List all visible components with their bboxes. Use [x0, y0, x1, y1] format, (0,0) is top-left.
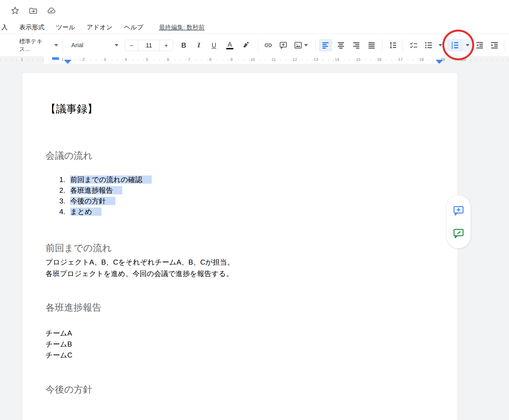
underline-icon: U [212, 42, 216, 49]
ruler-tick [117, 59, 117, 61]
ruler-tick [365, 59, 365, 61]
ruler-tick [349, 59, 350, 61]
line-spacing-button[interactable] [386, 39, 400, 52]
ruler-tick [328, 59, 329, 61]
toolbar-divider [382, 39, 382, 52]
italic-icon: I [197, 41, 200, 49]
ruler-tick [238, 59, 239, 61]
cloud-saved-icon [46, 5, 56, 16]
first-line-indent-marker[interactable] [52, 57, 59, 60]
increase-indent-button[interactable] [488, 39, 501, 52]
numbered-list-icon: 1 2 3 [451, 41, 459, 50]
last-edit-link[interactable]: 最終編集: 数秒前 [159, 23, 205, 32]
bold-button[interactable]: B [178, 39, 189, 52]
align-left-button[interactable] [319, 39, 332, 52]
ruler-tick [286, 59, 286, 61]
insert-image-button[interactable] [291, 39, 311, 52]
right-indent-marker[interactable] [436, 60, 443, 64]
suggest-edit-side-button[interactable] [452, 227, 465, 240]
insert-comment-button[interactable] [277, 39, 289, 52]
left-indent-marker[interactable] [64, 60, 72, 64]
move-to-folder-icon[interactable] [28, 5, 38, 16]
menu-format[interactable]: 表示形式 [13, 23, 50, 32]
ruler-tick [455, 59, 455, 61]
text-color-icon: A [226, 41, 233, 49]
topbar: 入 表示形式 ツール アドオン ヘルプ 最終編集: 数秒前 [0, 0, 509, 33]
paragraph[interactable]: チームC [46, 350, 441, 361]
menu-tools[interactable]: ツール [50, 23, 81, 32]
ruler-tick [122, 59, 123, 61]
ruler-number: 11 [272, 57, 276, 62]
chevron-down-icon [304, 44, 308, 46]
ruler-tick [397, 59, 397, 61]
link-icon [264, 41, 273, 50]
insert-link-button[interactable] [262, 39, 274, 52]
ruler-number: 9 [230, 57, 233, 62]
ruler-tick [371, 59, 371, 61]
doc-body: 会議の流れ1.前回までの流れの確認2.各班進捗報告3.今後の方針4.まとめ前回ま… [46, 150, 441, 395]
document-canvas: 【議事録】 会議の流れ1.前回までの流れの確認2.各班進捗報告3.今後の方針4.… [0, 64, 509, 420]
font-size-increase-button[interactable]: + [160, 40, 173, 51]
ruler-tick [392, 59, 392, 61]
paragraph[interactable]: プロジェクトA、B、CをそれぞれチームA、B、Cが担当。 [46, 256, 441, 268]
toolbar-divider [403, 39, 403, 52]
justify-button[interactable] [365, 39, 378, 52]
document-section: 会議の流れ1.前回までの流れの確認2.各班進捗報告3.今後の方針4.まとめ [46, 150, 441, 217]
ruler-tick [386, 59, 386, 61]
ruler-tick [143, 59, 144, 61]
ruler-tick [291, 59, 292, 61]
checklist-button[interactable] [406, 39, 421, 52]
ruler-number: 12 [293, 57, 297, 62]
ruler-number: 18 [419, 57, 424, 62]
document-section: 前回までの流れプロジェクトA、B、CをそれぞれチームA、B、Cが担当。各班プロジ… [46, 242, 441, 279]
ruler-tick [418, 59, 418, 61]
ruler[interactable]: 11234567891011121314151617181920 [0, 56, 509, 64]
ruler-tick [1, 59, 1, 61]
list-item[interactable]: 3.今後の方針 [46, 196, 441, 206]
ruler-number: 10 [250, 57, 255, 62]
text-color-button[interactable]: A [224, 39, 236, 52]
star-icon[interactable] [10, 5, 20, 16]
font-value: Arial [71, 42, 83, 49]
menu-insert-partial[interactable]: 入 [0, 23, 13, 32]
align-right-icon [352, 41, 360, 49]
document-page[interactable]: 【議事録】 会議の流れ1.前回までの流れの確認2.各班進捗報告3.今後の方針4.… [22, 73, 458, 420]
paragraph[interactable]: チームA [46, 328, 441, 339]
font-size-decrease-button[interactable]: − [125, 40, 138, 51]
decrease-indent-button[interactable] [473, 39, 486, 52]
list-item[interactable]: 1.前回までの流れの確認 [46, 174, 441, 185]
list-number: 4. [54, 206, 65, 217]
menu-addons[interactable]: アドオン [81, 23, 118, 32]
list-item[interactable]: 2.各班進捗報告 [46, 185, 441, 196]
chevron-down-icon [115, 44, 118, 46]
ruler-tick [223, 59, 223, 61]
paragraph-style-dropdown[interactable]: 標準テキス... [16, 39, 61, 52]
ruler-tick [180, 59, 181, 61]
add-comment-side-button[interactable] [452, 204, 465, 217]
toolbar-divider [504, 39, 504, 52]
list-item[interactable]: 4.まとめ [46, 206, 441, 217]
list-number: 2. [54, 185, 65, 196]
numbered-list-dropdown[interactable] [463, 39, 472, 52]
highlight-color-button[interactable] [239, 39, 252, 52]
ruler-number: 1 [61, 57, 64, 62]
font-size-value[interactable]: 11 [138, 40, 160, 51]
ruler-tick [96, 59, 96, 61]
paragraph[interactable]: 各班プロジェクトを進め、今回の会議で進捗を報告する。 [46, 268, 441, 279]
underline-button[interactable]: U [208, 39, 219, 52]
paragraph[interactable]: チームB [46, 339, 441, 350]
font-dropdown[interactable]: Arial [66, 39, 123, 52]
list-item-text: 各班進捗報告 [70, 186, 122, 194]
ruler-tick [497, 59, 497, 61]
add-comment-icon [453, 205, 465, 217]
align-center-button[interactable] [334, 39, 348, 52]
menu-help[interactable]: ヘルプ [118, 23, 149, 32]
bulleted-list-button[interactable] [422, 39, 436, 52]
numbered-list-button[interactable]: 1 2 3 [447, 39, 463, 52]
align-right-button[interactable] [349, 39, 363, 52]
bulleted-list-dropdown[interactable] [437, 39, 444, 52]
paragraph-style-value: 標準テキス... [19, 38, 52, 53]
ruler-tick [407, 59, 408, 61]
italic-button[interactable]: I [193, 39, 204, 52]
toolbar-divider [258, 39, 258, 52]
